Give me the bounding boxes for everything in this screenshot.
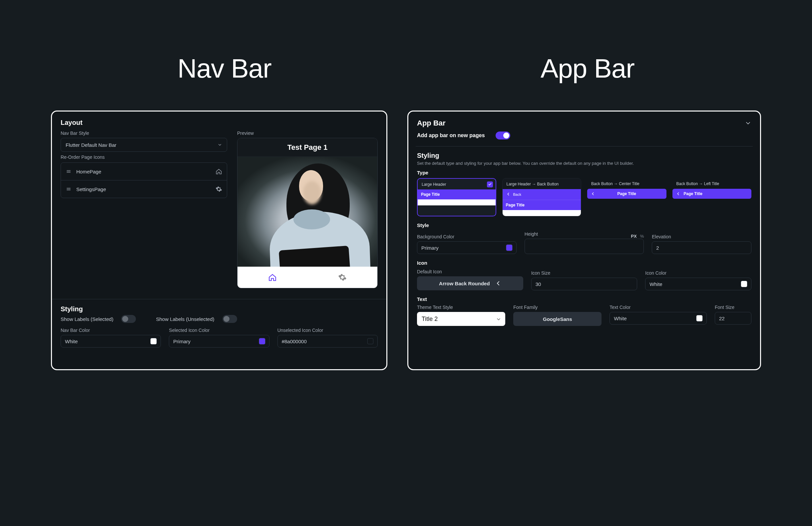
navbar-style-value: Flutter Default Nav Bar (66, 142, 117, 148)
elevation-input[interactable]: 2 (652, 242, 751, 254)
page-reorder-list: HomePage SettingsPage (61, 162, 227, 198)
type-demo-title: Page Title (506, 203, 578, 207)
type-card-large-header-back[interactable]: Large Header → Back Button Back Page Tit… (502, 178, 581, 216)
type-card-large-header[interactable]: Large Header Page Title (417, 178, 496, 216)
unselected-icon-color-label: Unselected Icon Color (277, 327, 378, 333)
appbar-header: App Bar (417, 119, 446, 128)
bg-color-value: Primary (421, 245, 439, 251)
height-unit-pct[interactable]: % (640, 234, 644, 239)
color-swatch (150, 338, 157, 344)
default-icon-picker[interactable]: Arrow Back Rounded (417, 276, 523, 290)
icon-size-label: Icon Size (531, 270, 637, 276)
navbar-color-label: Nav Bar Color (61, 327, 161, 333)
chevron-down-icon[interactable] (745, 120, 751, 127)
appbar-panel: App Bar Add app bar on new pages Styling… (407, 111, 761, 370)
bg-color-label: Background Color (417, 234, 517, 239)
selected-icon-color-label: Selected Icon Color (169, 327, 269, 333)
icon-size-value: 30 (536, 281, 541, 287)
unselected-icon-color-value: #8a000000 (282, 339, 307, 344)
appbar-styling-desc: Set the default type and styling for you… (417, 161, 751, 166)
navbar-preview: Test Page 1 (237, 138, 378, 288)
theme-text-style-value: Title 2 (422, 316, 438, 323)
type-card-caption: Back Button → Center Title (587, 178, 666, 189)
show-labels-selected-toggle[interactable] (121, 315, 136, 323)
color-swatch (367, 338, 373, 344)
preview-label: Preview (237, 131, 378, 136)
gear-icon (216, 186, 222, 192)
text-header: Text (417, 296, 751, 302)
theme-text-style-select[interactable]: Title 2 (417, 312, 505, 326)
page-item-homepage[interactable]: HomePage (61, 163, 227, 180)
arrow-back-icon (506, 192, 511, 197)
check-icon (487, 181, 493, 187)
navbar-color-value: White (65, 339, 77, 344)
unselected-icon-color-input[interactable]: #8a000000 (277, 335, 378, 348)
navbar-pane-title: Nav Bar (177, 53, 272, 84)
appbar-pane-title: App Bar (540, 53, 635, 84)
arrow-back-icon (676, 191, 680, 196)
selected-icon-color-value: Primary (173, 339, 190, 344)
elevation-value: 2 (656, 245, 659, 251)
styling-header: Styling (61, 305, 378, 313)
elevation-label: Elevation (652, 234, 751, 239)
type-card-center-title[interactable]: Back Button → Center Title Page Title (587, 178, 666, 216)
page-item-label: SettingsPage (76, 187, 106, 192)
icon-header: Icon (417, 260, 751, 266)
show-labels-unselected-label: Show Labels (Unselected) (156, 316, 214, 322)
type-demo-title: Page Title (421, 192, 492, 197)
color-swatch (506, 245, 512, 251)
color-swatch (696, 315, 702, 321)
drag-handle-icon[interactable] (66, 169, 72, 174)
add-on-new-pages-label: Add app bar on new pages (417, 132, 485, 138)
type-card-caption: Large Header (418, 179, 496, 189)
gear-icon (338, 273, 347, 282)
icon-size-input[interactable]: 30 (531, 278, 637, 290)
preview-nav-tab-home[interactable] (237, 267, 307, 288)
type-demo-title: Page Title (684, 191, 749, 196)
navbar-style-select[interactable]: Flutter Default Nav Bar (61, 138, 227, 152)
text-color-label: Text Color (609, 305, 707, 310)
color-swatch (741, 281, 747, 287)
default-icon-name: Arrow Back Rounded (439, 281, 490, 286)
style-header: Style (417, 222, 751, 228)
drag-handle-icon[interactable] (66, 187, 72, 191)
font-family-label: Font Family (513, 305, 601, 310)
type-card-caption: Back Button → Left Title (672, 178, 752, 189)
bg-color-input[interactable]: Primary (417, 242, 517, 254)
type-card-caption: Large Header → Back Button (503, 178, 581, 189)
add-on-new-pages-toggle[interactable] (496, 132, 510, 140)
icon-color-input[interactable]: White (645, 278, 751, 290)
selected-icon-color-input[interactable]: Primary (169, 335, 269, 348)
arrow-back-icon (591, 191, 595, 196)
default-icon-label: Default Icon (417, 269, 523, 274)
preview-image (237, 157, 377, 267)
theme-text-style-label: Theme Text Style (417, 305, 505, 310)
navbar-panel: Layout Nav Bar Style Flutter Default Nav… (51, 111, 387, 370)
font-family-picker[interactable]: GoogleSans (513, 312, 601, 326)
type-card-left-title[interactable]: Back Button → Left Title Page Title (672, 178, 752, 216)
page-item-label: HomePage (76, 169, 101, 174)
height-unit-px[interactable]: PX (631, 234, 637, 239)
chevron-down-icon (217, 143, 222, 147)
layout-header: Layout (61, 119, 378, 127)
font-size-label: Font Size (715, 305, 751, 310)
home-icon (216, 168, 222, 175)
font-size-value: 22 (719, 316, 725, 321)
reorder-label: Re-Order Page Icons (61, 155, 227, 160)
page-item-settingspage[interactable]: SettingsPage (61, 180, 227, 198)
text-color-input[interactable]: White (609, 312, 707, 325)
color-swatch (259, 338, 265, 344)
type-demo-back: Back (513, 192, 521, 196)
font-size-input[interactable]: 22 (715, 312, 751, 325)
preview-navbar (237, 267, 377, 288)
preview-page-title: Test Page 1 (237, 138, 377, 157)
text-color-value: White (614, 316, 626, 321)
height-label: Height (525, 231, 538, 237)
type-demo-title: Page Title (598, 191, 655, 196)
navbar-color-input[interactable]: White (61, 335, 161, 348)
appbar-styling-header: Styling (417, 152, 751, 159)
preview-nav-tab-settings[interactable] (307, 267, 377, 288)
show-labels-unselected-toggle[interactable] (222, 315, 237, 323)
height-input[interactable] (525, 239, 644, 254)
show-labels-selected-label: Show Labels (Selected) (61, 316, 113, 322)
